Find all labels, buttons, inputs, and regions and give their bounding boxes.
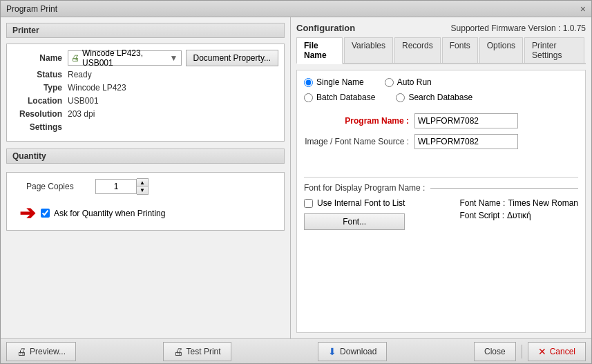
download-icon: ⬇	[328, 346, 336, 357]
image-font-input[interactable]	[414, 134, 518, 149]
download-label: Download	[340, 347, 376, 356]
preview-label: Preview...	[30, 347, 66, 356]
tab-printer-settings[interactable]: Printer Settings	[524, 37, 584, 63]
page-copies-row: Page Copies ▲ ▼	[12, 178, 278, 195]
tab-bar: File Name Variables Records Fonts Option…	[296, 37, 586, 64]
doc-property-button[interactable]: Document Property...	[186, 50, 279, 66]
cancel-icon: ✕	[538, 346, 546, 357]
use-internal-font-label: Use Internal Font to List	[317, 198, 405, 208]
tab-content: Single Name Auto Run Batch Database	[296, 70, 586, 333]
printer-name-select[interactable]: 🖨 Wincode LP423, USB001 ▼	[68, 50, 182, 66]
name-dropdown: 🖨 Wincode LP423, USB001 ▼ Document Prope…	[68, 50, 278, 66]
font-script-value: Δυτική	[507, 211, 531, 220]
quantity-section-header: Quantity	[6, 149, 285, 164]
config-header: Configuration Supported Firmware Version…	[296, 23, 586, 33]
config-title: Configuration	[296, 23, 355, 33]
search-database-option: Search Database	[396, 93, 472, 102]
spinner-buttons: ▲ ▼	[137, 178, 149, 195]
auto-run-option: Auto Run	[385, 77, 432, 87]
tab-file-name[interactable]: File Name	[296, 37, 343, 64]
test-print-label: Test Print	[187, 347, 221, 356]
auto-run-label: Auto Run	[397, 77, 432, 87]
radio-row-2: Batch Database Search Database	[304, 93, 578, 102]
resolution-row: Resolution 203 dpi	[12, 109, 278, 119]
test-print-icon: 🖨	[173, 346, 183, 357]
font-name-row: Font Name : Times New Roman	[459, 198, 578, 208]
spinner-up-button[interactable]: ▲	[137, 179, 148, 186]
font-display-section: Font for Display Program Name : Use Inte…	[304, 177, 578, 230]
ask-quantity-checkbox-row: Ask for Quantity when Printing	[41, 209, 165, 218]
batch-database-label: Batch Database	[316, 93, 375, 102]
settings-label: Settings	[12, 122, 68, 132]
image-font-row: Image / Font Name Source :	[304, 134, 578, 149]
type-value: Wincode LP423	[68, 83, 126, 93]
status-value: Ready	[68, 70, 92, 79]
program-print-window: Program Print × Printer Name 🖨 Wincode L…	[0, 0, 592, 364]
search-database-radio[interactable]	[396, 93, 405, 102]
close-button[interactable]: Close	[474, 342, 516, 361]
font-script-row: Font Script : Δυτική	[459, 211, 578, 220]
window-close-button[interactable]: ×	[580, 3, 586, 15]
location-label: Location	[12, 96, 68, 106]
page-copies-input[interactable]	[95, 179, 137, 194]
printer-name-value: Wincode LP423, USB001	[82, 48, 170, 68]
page-copies-spinner: ▲ ▼	[95, 178, 149, 195]
batch-database-option: Batch Database	[304, 93, 375, 102]
cancel-label: Cancel	[550, 347, 575, 356]
use-internal-font-checkbox[interactable]	[304, 199, 313, 208]
red-arrow-icon: ➔	[19, 202, 35, 224]
printer-icon: 🖨	[71, 53, 79, 63]
quantity-section: Page Copies ▲ ▼ ➔ Ask for Quantity whe	[6, 172, 285, 231]
tab-options[interactable]: Options	[479, 37, 523, 63]
batch-database-radio[interactable]	[304, 93, 313, 102]
bottom-divider	[522, 345, 522, 358]
left-panel: Printer Name 🖨 Wincode LP423, USB001 ▼ D…	[1, 17, 291, 338]
single-name-option: Single Name	[304, 77, 364, 87]
font-bottom-row: Use Internal Font to List Font... Font N…	[304, 198, 578, 230]
auto-run-radio[interactable]	[385, 78, 394, 87]
name-row: Name 🖨 Wincode LP423, USB001 ▼ Document …	[12, 50, 278, 66]
right-panel: Configuration Supported Firmware Version…	[291, 17, 591, 338]
resolution-label: Resolution	[12, 109, 68, 119]
font-name-label: Font Name :	[459, 198, 505, 208]
bottom-bar: 🖨 Preview... 🖨 Test Print ⬇ Download Clo…	[1, 338, 591, 363]
preview-button[interactable]: 🖨 Preview...	[6, 342, 76, 361]
name-label: Name	[12, 53, 68, 63]
font-display-header: Font for Display Program Name :	[304, 183, 578, 193]
font-display-label: Font for Display Program Name :	[304, 183, 425, 193]
close-label: Close	[484, 347, 506, 356]
program-name-row: Program Name :	[304, 113, 578, 128]
page-copies-label: Page Copies	[26, 182, 95, 191]
single-name-label: Single Name	[316, 77, 364, 87]
window-title: Program Print	[6, 4, 57, 14]
tab-records[interactable]: Records	[394, 37, 441, 63]
use-internal-font-row: Use Internal Font to List	[304, 198, 405, 208]
location-row: Location USB001	[12, 96, 278, 106]
tab-variables[interactable]: Variables	[344, 37, 393, 63]
radio-row-1: Single Name Auto Run	[304, 77, 578, 87]
download-button[interactable]: ⬇ Download	[318, 342, 387, 361]
tab-fonts[interactable]: Fonts	[442, 37, 478, 63]
font-left-controls: Use Internal Font to List Font...	[304, 198, 405, 230]
font-script-label: Font Script :	[459, 211, 504, 220]
printer-section: Name 🖨 Wincode LP423, USB001 ▼ Document …	[6, 44, 285, 142]
single-name-radio[interactable]	[304, 78, 313, 87]
font-display-divider	[430, 188, 578, 189]
location-value: USB001	[68, 96, 99, 106]
program-name-label: Program Name :	[304, 116, 414, 126]
title-bar: Program Print ×	[1, 1, 591, 17]
type-row: Type Wincode LP423	[12, 83, 278, 93]
firmware-version: Supported Firmware Version : 1.0.75	[451, 23, 586, 33]
ask-quantity-row: ➔ Ask for Quantity when Printing	[12, 202, 278, 224]
preview-icon: 🖨	[17, 346, 26, 357]
font-button[interactable]: Font...	[304, 213, 405, 230]
spinner-down-button[interactable]: ▼	[137, 186, 148, 194]
program-name-input[interactable]	[414, 113, 518, 128]
test-print-button[interactable]: 🖨 Test Print	[163, 342, 231, 361]
type-label: Type	[12, 83, 68, 93]
ask-quantity-checkbox[interactable]	[41, 209, 50, 218]
program-name-section: Program Name : Image / Font Name Source …	[304, 113, 578, 149]
search-database-label: Search Database	[408, 93, 472, 102]
cancel-button[interactable]: ✕ Cancel	[528, 342, 586, 361]
settings-row: Settings	[12, 122, 278, 132]
